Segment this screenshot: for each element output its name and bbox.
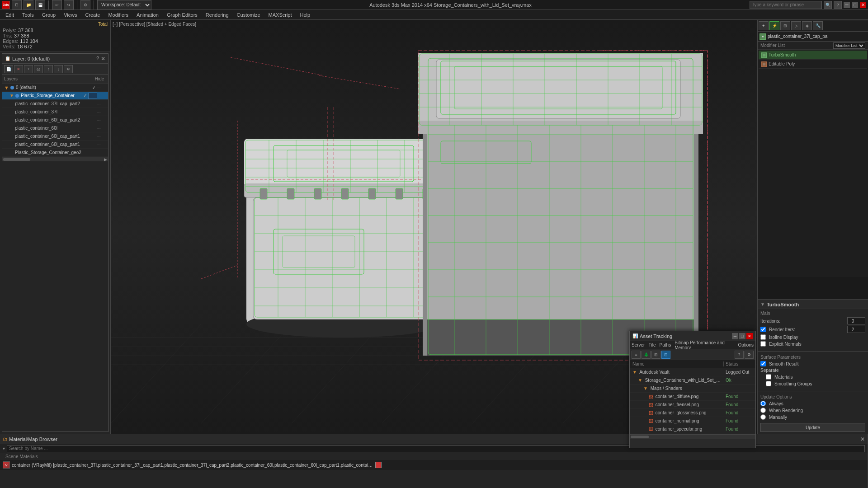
utilities-tab[interactable]: 🔧 [813, 21, 823, 30]
layer-move-down-btn[interactable]: ↓ [54, 65, 63, 73]
ts-render-iters-check[interactable] [760, 327, 766, 332]
ts-when-rendering-radio[interactable] [760, 408, 766, 413]
modifier-editable-poly[interactable]: ▤ Editable Poly [759, 60, 867, 69]
undo-btn[interactable]: ↩ [52, 0, 62, 10]
layer-options6[interactable]: ··· [97, 126, 106, 131]
at-tb-list-btn[interactable]: ≡ [632, 351, 641, 359]
search-input[interactable] [750, 1, 822, 9]
menu-views[interactable]: Views [60, 11, 80, 19]
layer-freeze-btn[interactable]: ❄ [64, 65, 73, 73]
display-tab[interactable]: ◈ [802, 21, 812, 30]
at-row-maps-folder[interactable]: ▼ Maps / Shaders [630, 385, 755, 393]
menu-modifiers[interactable]: Modifiers [104, 11, 132, 19]
layer-scrollbar[interactable]: ▶ [2, 157, 108, 161]
menu-help[interactable]: Help [297, 11, 314, 19]
at-menu-paths[interactable]: Paths [660, 343, 671, 347]
menu-animation[interactable]: Animation [133, 11, 162, 19]
layer-options[interactable]: ··· [97, 85, 106, 90]
modifier-dropdown[interactable]: Modifier List [833, 42, 865, 49]
modify-tab[interactable]: ⚡ [769, 21, 779, 30]
layer-scroll-right[interactable]: ▶ [104, 157, 107, 162]
menu-edit[interactable]: Edit [2, 11, 18, 19]
layer-options5[interactable]: ··· [97, 118, 106, 122]
mb-close-btn[interactable]: ✕ [860, 436, 865, 442]
mb-material-item[interactable]: V container (VRayMtl) [plastic_container… [0, 460, 868, 470]
at-row-normal[interactable]: 🖼 container_normal.png Found [630, 417, 755, 425]
menu-group[interactable]: Group [38, 11, 60, 19]
at-menu-bitmap-perf[interactable]: Bitmap Performance and Memory [675, 340, 734, 350]
menu-graph-editors[interactable]: Graph Editors [163, 11, 201, 19]
minimize-btn[interactable]: ─ [844, 2, 850, 8]
help-btn[interactable]: ? [834, 1, 842, 9]
close-btn[interactable]: ✕ [860, 2, 866, 8]
at-minimize-btn[interactable]: ─ [732, 333, 738, 339]
at-scroll-thumb[interactable] [631, 436, 649, 438]
at-row-frensel[interactable]: 🖼 container_frensel.png Found [630, 401, 755, 409]
at-row-maxfile[interactable]: ▼ Storage_Containers_with_Lid_Set_vray.m… [630, 376, 755, 385]
menu-tools[interactable]: Tools [19, 11, 38, 19]
at-menu-options[interactable]: Options [738, 343, 754, 347]
layer-select-btn[interactable]: ◎ [34, 65, 43, 73]
layer-close-btn[interactable]: ✕ [101, 56, 105, 62]
at-tb-tree-btn[interactable]: 🌲 [642, 351, 651, 359]
ts-collapse-btn[interactable]: ▼ [760, 302, 765, 307]
layer-new-btn[interactable]: 📄 [4, 65, 13, 73]
layer-help-btn[interactable]: ? [96, 56, 99, 62]
menu-create[interactable]: Create [81, 11, 104, 19]
mb-search-toggle[interactable]: ▾ [3, 446, 5, 451]
ts-explicit-normals-check[interactable] [760, 341, 766, 347]
hierarchy-tab[interactable]: ⊞ [780, 21, 790, 30]
layer-options9[interactable]: ··· [97, 150, 106, 155]
at-menu-file[interactable]: File [648, 343, 656, 347]
at-maximize-btn[interactable]: □ [739, 333, 745, 339]
object-color-swatch[interactable]: ■ [760, 33, 766, 40]
ts-always-radio[interactable] [760, 401, 766, 406]
ts-materials-check[interactable] [766, 374, 771, 380]
ts-iterations-input[interactable] [847, 317, 865, 324]
open-btn[interactable]: 📁 [24, 0, 33, 10]
layer-item-default[interactable]: ▼ 0 (default) ✓ ··· [2, 84, 108, 92]
new-btn[interactable]: 🗋 [12, 0, 22, 10]
layer-options8[interactable]: ··· [97, 142, 106, 147]
at-row-diffuse[interactable]: 🖼 container_diffuse.png Found [630, 393, 755, 401]
at-help-btn[interactable]: ? [735, 351, 744, 359]
at-tb-grid-btn[interactable]: ⊞ [651, 351, 660, 359]
layer-item-plastic-storage[interactable]: ▼ Plastic_Storage_Container ✓ ··· [2, 92, 108, 100]
menu-rendering[interactable]: Rendering [202, 11, 232, 19]
save-btn[interactable]: 💾 [35, 0, 45, 10]
layer-options3[interactable]: ··· [97, 102, 106, 106]
ts-isoline-check[interactable] [760, 334, 766, 340]
ts-render-iters-input[interactable] [847, 326, 865, 333]
ts-smooth-result-check[interactable] [760, 361, 766, 366]
at-scrollbar[interactable] [630, 434, 755, 439]
at-row-gloss[interactable]: 🖼 container_glossiness.png Found [630, 409, 755, 417]
layer-options4[interactable]: ··· [97, 110, 106, 114]
layer-options7[interactable]: ··· [97, 134, 106, 139]
ts-smoothing-groups-check[interactable] [766, 381, 771, 386]
layer-item-60l-cap1[interactable]: plastic_container_60l_cap_part1 ··· [2, 132, 108, 141]
layer-item-60l[interactable]: plastic_container_60l ··· [2, 124, 108, 132]
menu-customize[interactable]: Customize [233, 11, 264, 19]
motion-tab[interactable]: ▷ [791, 21, 801, 30]
workspace-select[interactable]: Workspace: Default [97, 0, 151, 10]
layer-item-60l-cap1b[interactable]: plastic_container_60l_cap_part1 ··· [2, 141, 108, 149]
at-tb-active-btn[interactable]: ⊟ [661, 351, 670, 359]
menu-maxscript[interactable]: MAXScript [265, 11, 296, 19]
layer-add-selected-btn[interactable]: + [24, 65, 33, 73]
maximize-btn[interactable]: □ [852, 2, 858, 8]
at-menu-server[interactable]: Server [632, 343, 645, 347]
layer-item-cap-part2-37l[interactable]: plastic_container_37l_cap_part2 ··· [2, 100, 108, 108]
modifier-turbosmooth[interactable]: ▤ TurboSmooth [759, 51, 867, 60]
render-settings-btn[interactable]: ⚙ [80, 0, 90, 10]
at-row-specular[interactable]: 🖼 container_specular.png Found [630, 425, 755, 433]
ts-update-btn[interactable]: Update [760, 423, 865, 432]
at-close-btn[interactable]: ✕ [746, 333, 753, 339]
layer-item-60l-cap2[interactable]: plastic_container_60l_cap_part2 ··· [2, 116, 108, 124]
search-btn[interactable]: 🔍 [824, 1, 832, 9]
layer-item-geo2[interactable]: Plastic_Storage_Container_geo2 ··· [2, 149, 108, 157]
layer-scroll-thumb[interactable] [3, 158, 30, 161]
layer-item-37l[interactable]: plastic_container_37l ··· [2, 108, 108, 116]
layer-delete-btn[interactable]: ✕ [14, 65, 23, 73]
at-row-vault[interactable]: ▼ Autodesk Vault Logged Out [630, 368, 755, 376]
create-tab[interactable]: ✦ [759, 21, 769, 30]
